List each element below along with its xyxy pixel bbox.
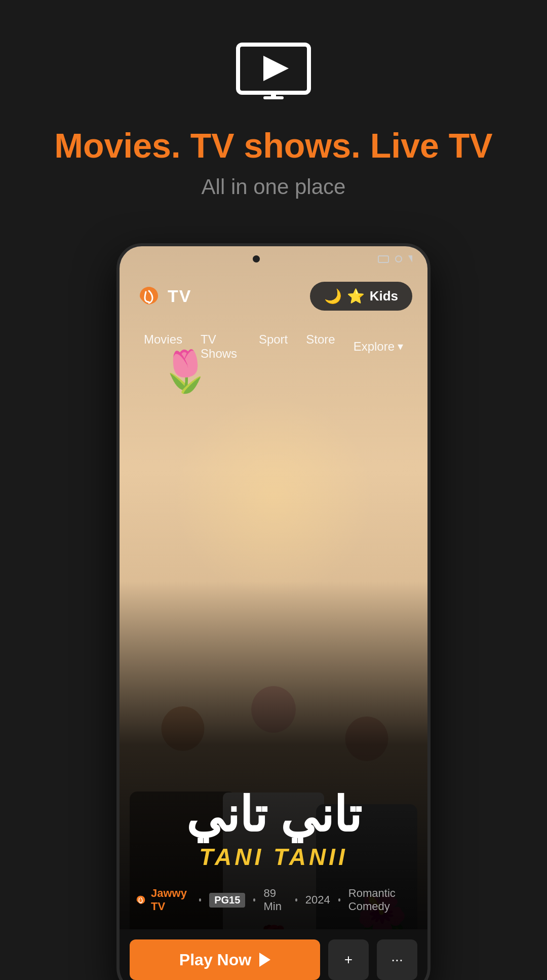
movie-info-overlay: تاني تاني TANI TANII Jawwy TV PG15 xyxy=(120,581,427,980)
jawwy-source-logo: Jawwy TV xyxy=(135,887,191,913)
phone-mockup: 🌷 🌹 🌺 xyxy=(116,243,431,980)
app-logo: TV xyxy=(135,285,191,308)
page-headline: Movies. TV shows. Live TV xyxy=(54,127,492,165)
battery-icon xyxy=(378,255,389,263)
movie-meta: Jawwy TV PG15 89 Min 2024 Romantic Comed… xyxy=(135,881,412,919)
movie-title-arabic: تاني تاني xyxy=(135,791,412,839)
svg-rect-3 xyxy=(271,93,276,99)
status-bar xyxy=(120,246,427,272)
meta-separator-1 xyxy=(199,898,201,901)
more-options-button[interactable]: ··· xyxy=(377,939,417,980)
jawwy-small-icon xyxy=(135,893,147,907)
status-icons xyxy=(378,255,412,263)
page-subheadline: All in one place xyxy=(202,175,346,199)
nav-tvshows[interactable]: TV Shows xyxy=(191,327,250,366)
movie-year: 2024 xyxy=(305,893,330,907)
more-options-icon: ··· xyxy=(391,952,403,968)
kids-star-icon: ⭐ xyxy=(347,288,365,305)
jawwy-source-text: Jawwy TV xyxy=(151,887,191,913)
wifi-icon xyxy=(408,255,412,262)
nav-explore[interactable]: Explore ▾ xyxy=(344,327,412,366)
logo-text-label: TV xyxy=(168,286,191,306)
play-icon xyxy=(259,953,270,967)
meta-separator-2 xyxy=(253,898,255,901)
kids-label: Kids xyxy=(370,288,398,304)
bottom-action-bar: Play Now + ··· xyxy=(120,929,427,980)
play-now-label: Play Now xyxy=(179,951,251,969)
hero-section: Movies. TV shows. Live TV All in one pla… xyxy=(0,0,547,199)
nav-movies[interactable]: Movies xyxy=(135,327,191,366)
camera xyxy=(253,255,260,262)
nav-menu: Movies TV Shows Sport Store Explore ▾ xyxy=(120,327,427,366)
svg-marker-1 xyxy=(263,56,289,81)
chevron-down-icon: ▾ xyxy=(398,340,403,353)
meta-separator-4 xyxy=(338,898,340,901)
nav-store[interactable]: Store xyxy=(297,327,344,366)
meta-separator-3 xyxy=(295,898,297,901)
movie-title-latin: TANI TANII xyxy=(135,843,412,871)
movie-duration: 89 Min xyxy=(263,887,287,913)
rating-badge: PG15 xyxy=(209,893,245,908)
camera-dot xyxy=(253,255,260,262)
add-icon: + xyxy=(344,952,353,968)
signal-icon xyxy=(395,255,402,262)
app-header: TV 🌙 ⭐ Kids xyxy=(120,272,427,321)
app-content: 🌷 🌹 🌺 xyxy=(120,246,427,980)
tv-icon xyxy=(233,41,314,106)
phone-frame: 🌷 🌹 🌺 xyxy=(116,243,431,980)
nav-sport[interactable]: Sport xyxy=(250,327,297,366)
play-now-button[interactable]: Play Now xyxy=(130,939,320,980)
add-button[interactable]: + xyxy=(328,939,369,980)
movie-genre: Romantic Comedy xyxy=(348,887,412,913)
kids-button[interactable]: 🌙 ⭐ Kids xyxy=(310,282,412,311)
kids-moon-icon: 🌙 xyxy=(324,288,342,305)
scene-glow xyxy=(172,395,375,598)
jawwy-logo-icon xyxy=(135,285,163,308)
